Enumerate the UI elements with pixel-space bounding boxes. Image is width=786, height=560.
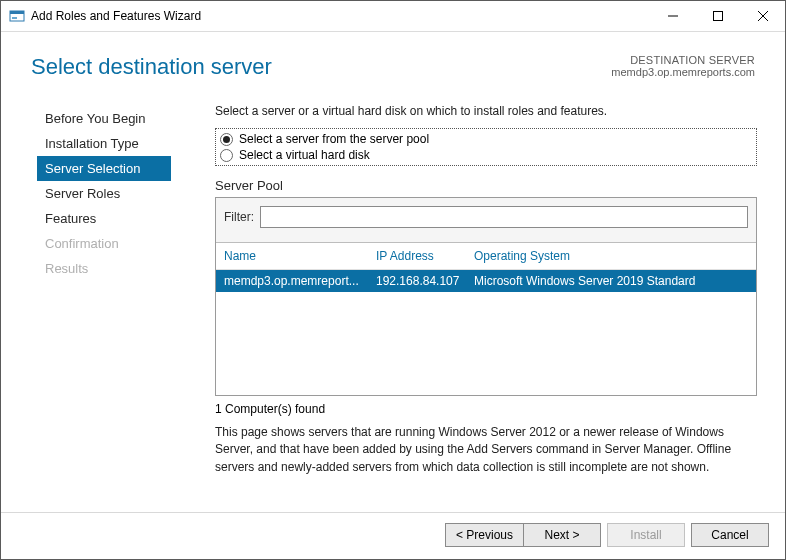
page-note: This page shows servers that are running… xyxy=(215,424,757,476)
cell-name: memdp3.op.memreport... xyxy=(224,274,376,288)
target-radio-group: Select a server from the server pool Sel… xyxy=(215,128,757,166)
wizard-body: Before You Begin Installation Type Serve… xyxy=(1,86,785,512)
server-pool-box: Filter: Name IP Address Operating System… xyxy=(215,197,757,396)
wizard-footer: < Previous Next > Install Cancel xyxy=(1,512,785,559)
table-row[interactable]: memdp3.op.memreport... 192.168.84.107 Mi… xyxy=(216,270,756,292)
sidebar-item-confirmation: Confirmation xyxy=(37,231,171,256)
column-ip[interactable]: IP Address xyxy=(376,249,474,263)
cancel-button[interactable]: Cancel xyxy=(691,523,769,547)
app-icon xyxy=(9,8,25,24)
sidebar-item-server-selection[interactable]: Server Selection xyxy=(37,156,171,181)
sidebar-item-installation-type[interactable]: Installation Type xyxy=(37,131,171,156)
wizard-main: Select a server or a virtual hard disk o… xyxy=(171,86,757,512)
page-title: Select destination server xyxy=(31,54,272,80)
radio-icon xyxy=(220,133,233,146)
sidebar-item-results: Results xyxy=(37,256,171,281)
next-button[interactable]: Next > xyxy=(523,523,601,547)
nav-button-pair: < Previous Next > xyxy=(445,523,601,547)
wizard-window: Add Roles and Features Wizard Select des… xyxy=(0,0,786,560)
column-os[interactable]: Operating System xyxy=(474,249,748,263)
sidebar-item-before-you-begin[interactable]: Before You Begin xyxy=(37,106,171,131)
minimize-button[interactable] xyxy=(650,1,695,31)
cell-os: Microsoft Windows Server 2019 Standard xyxy=(474,274,748,288)
svg-rect-2 xyxy=(12,17,17,19)
window-title: Add Roles and Features Wizard xyxy=(31,9,201,23)
computers-found-text: 1 Computer(s) found xyxy=(215,402,757,416)
radio-virtual-hard-disk[interactable]: Select a virtual hard disk xyxy=(220,147,752,163)
wizard-header: Select destination server DESTINATION SE… xyxy=(1,32,785,86)
destination-server: memdp3.op.memreports.com xyxy=(611,66,755,78)
close-button[interactable] xyxy=(740,1,785,31)
sidebar-item-server-roles[interactable]: Server Roles xyxy=(37,181,171,206)
filter-row: Filter: xyxy=(216,198,756,243)
svg-rect-1 xyxy=(10,11,24,14)
radio-vhd-label: Select a virtual hard disk xyxy=(239,148,370,162)
radio-server-pool-label: Select a server from the server pool xyxy=(239,132,429,146)
maximize-button[interactable] xyxy=(695,1,740,31)
titlebar: Add Roles and Features Wizard xyxy=(1,1,785,32)
radio-server-pool[interactable]: Select a server from the server pool xyxy=(220,131,752,147)
instruction-text: Select a server or a virtual hard disk o… xyxy=(215,104,757,118)
destination-label: DESTINATION SERVER xyxy=(611,54,755,66)
server-table: Name IP Address Operating System memdp3.… xyxy=(216,243,756,395)
column-name[interactable]: Name xyxy=(224,249,376,263)
install-button: Install xyxy=(607,523,685,547)
radio-icon xyxy=(220,149,233,162)
filter-input[interactable] xyxy=(260,206,748,228)
previous-button[interactable]: < Previous xyxy=(445,523,523,547)
wizard-sidebar: Before You Begin Installation Type Serve… xyxy=(1,86,171,512)
destination-info: DESTINATION SERVER memdp3.op.memreports.… xyxy=(611,54,755,78)
table-header: Name IP Address Operating System xyxy=(216,243,756,270)
cell-ip: 192.168.84.107 xyxy=(376,274,474,288)
filter-label: Filter: xyxy=(224,210,254,224)
svg-rect-4 xyxy=(713,12,722,21)
sidebar-item-features[interactable]: Features xyxy=(37,206,171,231)
server-pool-label: Server Pool xyxy=(215,178,757,193)
